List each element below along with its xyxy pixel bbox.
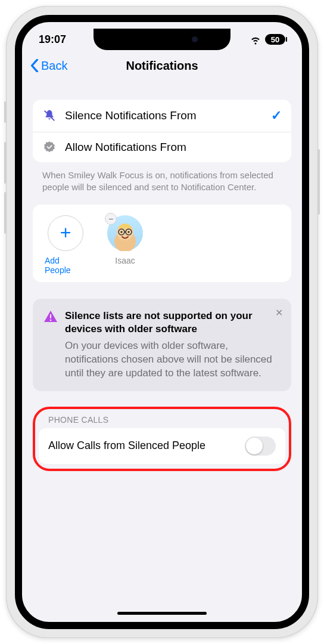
person-name: Isaac [115, 256, 135, 265]
info-title: Silence lists are not supported on your … [65, 309, 281, 336]
battery-icon: 50 [265, 34, 285, 45]
bell-slash-icon [42, 109, 57, 122]
checkmark-icon: ✓ [271, 108, 282, 123]
close-icon[interactable]: ✕ [275, 307, 283, 318]
highlighted-section: PHONE CALLS Allow Calls from Silenced Pe… [33, 407, 291, 471]
silence-notifications-option[interactable]: Silence Notifications From ✓ [33, 100, 291, 132]
add-people-label: Add People [45, 256, 86, 275]
svg-point-7 [127, 231, 129, 233]
allow-calls-row: Allow Calls from Silenced People [39, 428, 285, 464]
notification-mode-group: Silence Notifications From ✓ Allow Notif… [33, 100, 291, 162]
svg-point-6 [120, 231, 122, 233]
svg-point-9 [50, 319, 52, 321]
back-label: Back [41, 59, 67, 73]
section-header: PHONE CALLS [39, 415, 285, 428]
back-button[interactable]: Back [30, 59, 67, 73]
mute-switch [4, 101, 7, 123]
volume-down-button [4, 192, 7, 234]
person-item[interactable]: − Isaac [104, 215, 146, 275]
warning-info-box: ✕ Silence lists are not supported on you… [33, 299, 291, 391]
allow-calls-toggle[interactable] [245, 436, 276, 456]
badge-check-icon [42, 141, 57, 154]
phone-frame: 19:07 50 Back Notifications Silence Noti… [6, 6, 318, 638]
svg-rect-8 [50, 314, 51, 318]
screen: 19:07 50 Back Notifications Silence Noti… [15, 15, 309, 629]
avatar: − [107, 215, 143, 251]
memoji-icon [107, 215, 143, 251]
people-list: + Add People − [33, 205, 291, 282]
notch [94, 29, 230, 50]
plus-icon: + [48, 215, 83, 251]
nav-bar: Back Notifications [22, 51, 302, 80]
add-people-button[interactable]: + Add People [45, 215, 86, 275]
info-body: On your devices with older software, not… [43, 339, 281, 380]
option-label: Silence Notifications From [65, 109, 197, 122]
warning-triangle-icon [43, 309, 58, 327]
allow-notifications-option[interactable]: Allow Notifications From [33, 132, 291, 162]
home-indicator[interactable] [117, 612, 207, 615]
help-text: When Smiley Walk Focus is on, notificati… [33, 162, 291, 205]
status-time: 19:07 [39, 33, 66, 46]
option-label: Allow Notifications From [65, 141, 186, 154]
allow-calls-label: Allow Calls from Silenced People [48, 439, 205, 452]
wifi-icon [250, 33, 261, 45]
power-button [317, 149, 320, 215]
chevron-left-icon [30, 59, 39, 72]
volume-up-button [4, 142, 7, 184]
